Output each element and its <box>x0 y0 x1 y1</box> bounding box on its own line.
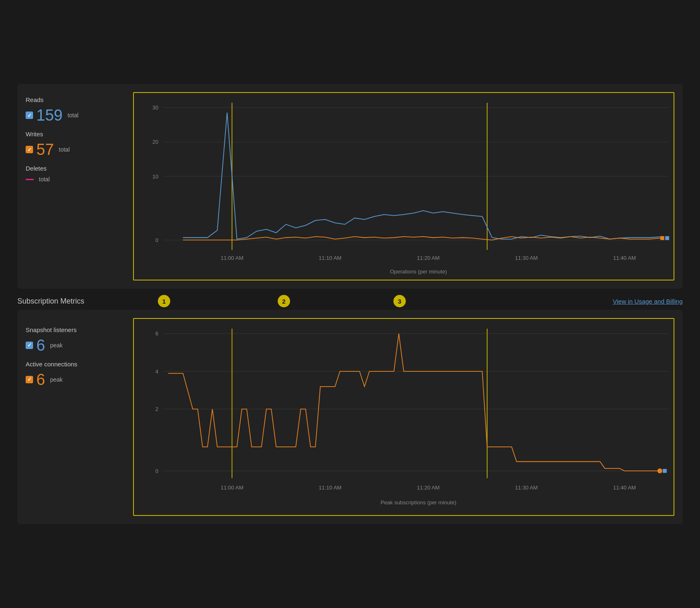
snapshot-label: Snapshot listeners <box>26 326 125 333</box>
operations-chart: 30 20 10 0 11:00 AM 11:10 AM 11:20 AM <box>134 93 674 279</box>
deletes-group: Deletes total <box>26 165 125 183</box>
operations-chart-border: 30 20 10 0 11:00 AM 11:10 AM 11:20 AM <box>133 92 674 280</box>
reads-label: Reads <box>26 96 125 103</box>
reads-suffix: total <box>67 112 78 119</box>
subscription-chart-border: 6 4 2 0 11:00 AM 11:10 AM 11:20 AM 11:30… <box>133 318 674 516</box>
deletes-label: Deletes <box>26 165 125 172</box>
snapshot-value: 6 <box>36 337 45 353</box>
svg-text:11:20 AM: 11:20 AM <box>417 255 440 261</box>
writes-checkbox[interactable]: ✓ <box>26 146 33 153</box>
svg-text:Peak subscriptions (per minute: Peak subscriptions (per minute) <box>381 499 456 505</box>
svg-text:11:00 AM: 11:00 AM <box>221 255 243 261</box>
reads-group: Reads ✓ 159 total <box>26 96 125 123</box>
svg-rect-16 <box>660 236 664 240</box>
subscription-chart-area: 6 4 2 0 11:00 AM 11:10 AM 11:20 AM 11:30… <box>133 318 674 516</box>
writes-suffix: total <box>59 146 69 153</box>
operations-card: Reads ✓ 159 total Writes ✓ <box>17 84 683 288</box>
subscription-card: Snapshot listeners ✓ 6 peak Active conne… <box>17 310 683 524</box>
svg-text:11:10 AM: 11:10 AM <box>319 484 341 491</box>
middle-section: Subscription Metrics 1 2 3 View in Usage… <box>17 289 683 310</box>
connections-label: Active connections <box>26 361 125 368</box>
svg-text:30: 30 <box>152 105 159 111</box>
writes-label: Writes <box>26 131 125 138</box>
svg-text:11:00 AM: 11:00 AM <box>221 484 243 491</box>
svg-text:11:40 AM: 11:40 AM <box>613 255 636 261</box>
svg-text:0: 0 <box>155 468 158 474</box>
view-usage-billing-link[interactable]: View in Usage and Billing <box>613 298 683 305</box>
snapshot-group: Snapshot listeners ✓ 6 peak <box>26 326 125 353</box>
svg-text:10: 10 <box>152 173 159 180</box>
main-container: Reads ✓ 159 total Writes ✓ <box>9 76 691 532</box>
svg-text:20: 20 <box>152 139 159 145</box>
svg-rect-35 <box>663 469 667 473</box>
reads-checkbox[interactable]: ✓ <box>26 112 33 119</box>
deletes-line-icon <box>26 179 34 180</box>
operations-chart-area: 30 20 10 0 11:00 AM 11:10 AM 11:20 AM <box>133 92 674 280</box>
connections-group: Active connections ✓ 6 peak <box>26 361 125 387</box>
subscription-legend: Snapshot listeners ✓ 6 peak Active conne… <box>26 318 133 516</box>
svg-text:2: 2 <box>155 406 158 412</box>
svg-text:11:30 AM: 11:30 AM <box>515 484 538 491</box>
svg-rect-17 <box>665 236 669 240</box>
connections-suffix: peak <box>50 376 62 383</box>
reads-value: 159 <box>36 107 62 123</box>
badge-1: 1 <box>158 295 170 307</box>
svg-text:11:40 AM: 11:40 AM <box>613 484 636 491</box>
svg-text:4: 4 <box>155 368 158 374</box>
svg-text:11:10 AM: 11:10 AM <box>319 255 341 261</box>
svg-text:11:20 AM: 11:20 AM <box>417 484 440 491</box>
writes-value: 57 <box>36 142 54 157</box>
svg-text:6: 6 <box>155 330 158 337</box>
connections-value: 6 <box>36 372 45 387</box>
svg-point-34 <box>657 468 662 473</box>
badge-2: 2 <box>278 295 290 307</box>
writes-group: Writes ✓ 57 total <box>26 131 125 157</box>
connections-checkbox[interactable]: ✓ <box>26 376 33 383</box>
subscription-metrics-title: Subscription Metrics <box>17 297 84 305</box>
svg-text:Operations (per minute): Operations (per minute) <box>390 268 447 275</box>
snapshot-checkbox[interactable]: ✓ <box>26 342 33 349</box>
svg-text:11:30 AM: 11:30 AM <box>515 255 538 261</box>
svg-text:0: 0 <box>155 237 158 243</box>
deletes-suffix: total <box>39 176 50 183</box>
subscription-chart: 6 4 2 0 11:00 AM 11:10 AM 11:20 AM 11:30… <box>134 319 674 515</box>
snapshot-suffix: peak <box>50 342 62 349</box>
operations-legend: Reads ✓ 159 total Writes ✓ <box>26 92 133 280</box>
badge-3: 3 <box>393 295 406 307</box>
section-title-area: Subscription Metrics <box>17 297 125 306</box>
